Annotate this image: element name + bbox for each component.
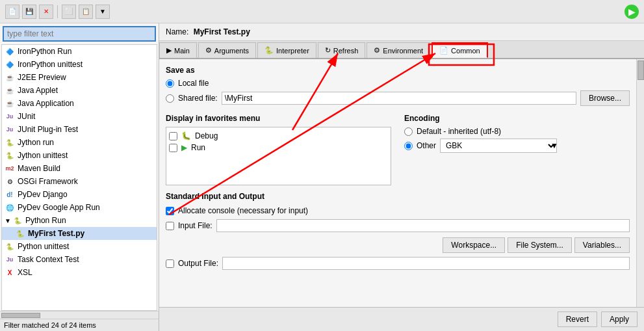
allocate-console-checkbox[interactable] — [166, 207, 174, 215]
debug-label[interactable]: Debug — [195, 131, 218, 140]
tab-environment[interactable]: ⚙ Environment — [367, 42, 430, 58]
tree-item-xsl[interactable]: X XSL — [2, 266, 157, 279]
tree-list: 🔷 IronPython Run 🔷 IronPython unittest ☕… — [1, 44, 157, 311]
junit-plugin-icon: Ju — [5, 124, 15, 135]
encoding-title: Encoding — [404, 114, 630, 123]
tree-item-myfirst-test[interactable]: 🐍 MyFirst Test.py — [2, 227, 157, 240]
horizontal-scrollbar[interactable] — [0, 311, 159, 319]
config-name: MyFirst Test.py — [194, 27, 250, 36]
tree-item-ironpython-run[interactable]: 🔷 IronPython Run — [2, 45, 157, 58]
toolbar: 📄 💾 ✕ ⬜ 📋 ▼ ▶ — [0, 0, 644, 23]
run-checkbox[interactable] — [169, 144, 177, 152]
favorites-box: 🐛 Debug ▶ Run — [166, 127, 391, 185]
input-file-checkbox[interactable] — [166, 222, 174, 230]
shared-file-row: Shared file: Browse... — [166, 90, 630, 106]
scrollbar-thumb[interactable] — [1, 313, 40, 318]
local-file-row: Local file — [166, 79, 630, 88]
tab-main[interactable]: ▶ Main — [159, 42, 197, 58]
tree-item-python-run[interactable]: ▼ 🐍 Python Run — [2, 214, 157, 227]
paste-button[interactable]: 📋 — [79, 5, 93, 19]
other-encoding-label[interactable]: Other — [417, 141, 436, 150]
tab-refresh[interactable]: ↻ Refresh — [318, 42, 366, 58]
standard-io-title: Standard Input and Output — [166, 192, 630, 201]
shared-file-radio[interactable] — [166, 94, 174, 103]
filesystem-button[interactable]: File System... — [508, 237, 572, 253]
tree-item-pydev-django[interactable]: d! PyDev Django — [2, 188, 157, 201]
pydev-google-icon: 🌐 — [5, 202, 15, 213]
dropdown-button[interactable]: ▼ — [96, 5, 110, 19]
tree-item-java-application[interactable]: ☕ Java Application — [2, 97, 157, 110]
tree-item-junit-plugin[interactable]: Ju JUnit Plug-in Test — [2, 123, 157, 136]
variables-button[interactable]: Variables... — [574, 237, 630, 253]
bottom-bar: Revert Apply — [159, 307, 644, 331]
tree-item-jython-unittest[interactable]: 🐍 Jython unittest — [2, 149, 157, 162]
scrollbar-right-thumb[interactable] — [638, 60, 644, 80]
maven-icon: m2 — [5, 163, 15, 174]
right-panel: Name: MyFirst Test.py ▶ Main ⚙ Arguments… — [159, 23, 644, 331]
io-button-group: Workspace... File System... Variables... — [166, 237, 630, 253]
tree-item-pydev-google[interactable]: 🌐 PyDev Google App Run — [2, 201, 157, 214]
tree-item-python-unittest[interactable]: 🐍 Python unittest — [2, 240, 157, 253]
tree-item-java-applet[interactable]: ☕ Java Applet — [2, 84, 157, 97]
junit-icon: Ju — [5, 111, 15, 122]
apply-button[interactable]: Apply — [601, 311, 638, 327]
xsl-icon: X — [5, 267, 15, 278]
run-check-item: ▶ Run — [169, 142, 388, 153]
other-encoding-radio[interactable] — [404, 142, 413, 150]
copy-button[interactable]: ⬜ — [62, 5, 76, 19]
save-button[interactable]: 💾 — [22, 5, 36, 19]
output-file-row: Output File: — [166, 257, 630, 270]
input-file-label[interactable]: Input File: — [178, 221, 213, 230]
common-tab-icon: 📄 — [439, 46, 448, 55]
vertical-scrollbar[interactable] — [636, 59, 644, 307]
local-file-radio[interactable] — [166, 79, 174, 88]
output-file-label[interactable]: Output File: — [178, 259, 218, 268]
filter-input[interactable]: type filter text — [3, 26, 156, 42]
shared-file-label[interactable]: Shared file: — [178, 94, 218, 103]
default-encoding-radio[interactable] — [404, 127, 413, 136]
other-encoding-row: Other GBK UTF-8 UTF-16 ISO-8859-1 US-ASC… — [404, 139, 630, 153]
python-run-expand-icon: ▼ — [5, 217, 11, 224]
favorites-title: Display in favorites menu — [166, 114, 391, 123]
workspace-button[interactable]: Workspace... — [443, 237, 505, 253]
task-context-icon: Ju — [5, 254, 15, 265]
j2ee-icon: ☕ — [5, 72, 15, 83]
revert-button[interactable]: Revert — [558, 311, 597, 327]
environment-tab-icon: ⚙ — [374, 46, 380, 55]
tab-common[interactable]: 📄 Common — [431, 42, 488, 58]
input-file-input[interactable] — [216, 219, 630, 232]
debug-checkbox[interactable] — [169, 132, 177, 140]
allocate-console-label[interactable]: Allocate console (necessary for input) — [178, 206, 308, 215]
run-label[interactable]: Run — [191, 143, 205, 152]
tree-item-ironpython-unittest[interactable]: 🔷 IronPython unittest — [2, 58, 157, 71]
jython-run-icon: 🐍 — [5, 137, 15, 148]
tree-item-j2ee[interactable]: ☕ J2EE Preview — [2, 71, 157, 84]
tree-item-task-context[interactable]: Ju Task Context Test — [2, 253, 157, 266]
delete-button[interactable]: ✕ — [39, 5, 53, 19]
debug-check-item: 🐛 Debug — [169, 130, 388, 142]
ironpython-run-icon: 🔷 — [5, 46, 15, 57]
tab-arguments[interactable]: ⚙ Arguments — [198, 42, 256, 58]
output-file-checkbox[interactable] — [166, 259, 174, 268]
jython-unittest-icon: 🐍 — [5, 150, 15, 161]
encoding-select[interactable]: GBK UTF-8 UTF-16 ISO-8859-1 US-ASCII — [440, 139, 557, 153]
tree-item-jython-run[interactable]: 🐍 Jython run — [2, 136, 157, 149]
browse-button[interactable]: Browse... — [580, 90, 630, 106]
tree-item-maven[interactable]: m2 Maven Build — [2, 162, 157, 175]
save-as-section: Save as Local file Shared file: Browse..… — [166, 66, 630, 106]
main-tab-icon: ▶ — [166, 46, 172, 55]
local-file-label[interactable]: Local file — [178, 79, 209, 88]
tab-interpreter[interactable]: 🐍 Interpreter — [257, 42, 316, 58]
tabs-bar: ▶ Main ⚙ Arguments 🐍 Interpreter ↻ Refre… — [159, 41, 644, 59]
tree-item-osgi[interactable]: ⚙ OSGi Framework — [2, 175, 157, 188]
shared-file-input[interactable] — [222, 92, 576, 105]
new-button[interactable]: 📄 — [5, 5, 19, 19]
output-file-input[interactable] — [222, 257, 630, 270]
status-bar: Filter matched 24 of 24 items — [0, 319, 159, 331]
standard-io-section: Standard Input and Output Allocate conso… — [166, 192, 630, 270]
arguments-tab-icon: ⚙ — [205, 46, 212, 55]
tree-item-junit[interactable]: Ju JUnit — [2, 110, 157, 123]
default-encoding-label[interactable]: Default - inherited (utf-8) — [417, 127, 501, 136]
green-circle-icon: ▶ — [625, 5, 639, 19]
default-encoding-row: Default - inherited (utf-8) — [404, 127, 630, 136]
